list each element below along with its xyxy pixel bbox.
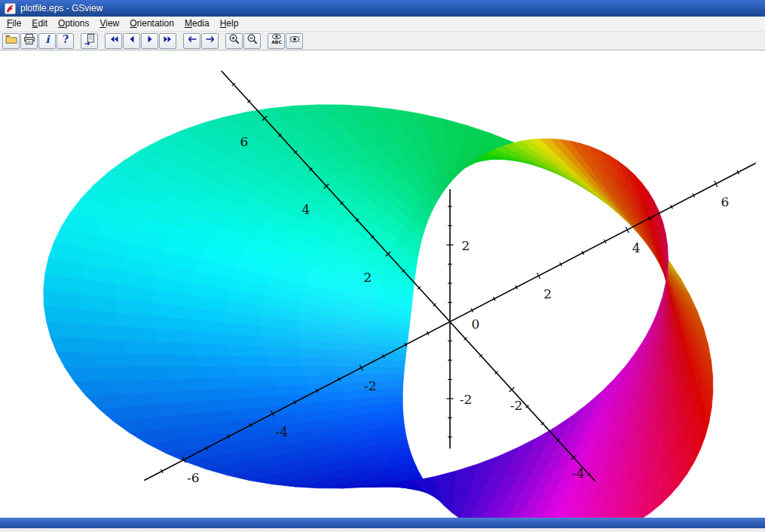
help-button[interactable]: ? xyxy=(57,33,74,49)
first-page-icon xyxy=(108,33,120,48)
forward-button[interactable] xyxy=(201,33,219,49)
svg-text:ABC: ABC xyxy=(271,39,282,44)
svg-text:-6: -6 xyxy=(187,470,200,485)
help-icon: ? xyxy=(60,33,72,48)
svg-text:-2: -2 xyxy=(510,398,523,413)
info-button[interactable]: i xyxy=(38,33,56,49)
open-button[interactable] xyxy=(2,33,20,49)
svg-text:?: ? xyxy=(62,33,68,45)
zoom-out-icon xyxy=(246,33,259,48)
zoom-in-icon xyxy=(228,33,240,48)
toolbar-separator xyxy=(262,41,268,41)
goto-page-button[interactable] xyxy=(81,33,98,49)
first-page-button[interactable] xyxy=(105,33,122,49)
eps-plot: -6-4-2246-4-2246-220 xyxy=(0,50,765,518)
svg-text:2: 2 xyxy=(543,286,552,301)
find-text-button[interactable]: ABC xyxy=(268,33,285,49)
window-bottom-border xyxy=(0,518,765,528)
forward-arrow-icon xyxy=(204,33,216,48)
zoom-in-button[interactable] xyxy=(225,33,243,49)
window-bottom-strip xyxy=(0,528,765,531)
next-page-icon xyxy=(144,33,156,48)
svg-text:-2: -2 xyxy=(460,392,473,407)
titlebar[interactable]: plotfile.eps - GSview xyxy=(0,0,765,17)
svg-text:i: i xyxy=(45,33,50,45)
menu-help[interactable]: Help xyxy=(215,17,244,31)
menubar: FileEditOptionsViewOrientationMediaHelp xyxy=(0,17,765,32)
svg-text:6: 6 xyxy=(721,194,729,209)
toolbar-separator xyxy=(75,41,81,41)
back-button[interactable] xyxy=(183,33,200,49)
svg-text:4: 4 xyxy=(632,240,641,255)
surface-mesh xyxy=(44,105,713,518)
svg-text:2: 2 xyxy=(364,270,372,285)
app-icon xyxy=(5,3,16,14)
svg-text:0: 0 xyxy=(472,316,480,332)
next-page-button[interactable] xyxy=(141,33,158,49)
toolbar: i?ABC xyxy=(0,32,765,50)
menu-view[interactable]: View xyxy=(94,17,124,31)
toolbar-separator xyxy=(99,41,105,41)
find-text-icon: ABC xyxy=(271,33,283,48)
last-page-icon xyxy=(162,33,174,48)
document-canvas[interactable]: -6-4-2246-4-2246-220 xyxy=(0,50,765,518)
menu-edit[interactable]: Edit xyxy=(26,17,53,31)
last-page-button[interactable] xyxy=(159,33,176,49)
menu-file[interactable]: File xyxy=(2,17,26,31)
back-arrow-icon xyxy=(186,33,198,48)
redisplay-icon xyxy=(289,33,301,48)
previous-page-button[interactable] xyxy=(123,33,140,49)
print-button[interactable] xyxy=(20,33,38,49)
folder-open-icon xyxy=(5,33,17,48)
svg-text:-4: -4 xyxy=(276,424,289,439)
svg-text:2: 2 xyxy=(462,238,470,253)
printer-icon xyxy=(23,33,35,48)
zoom-out-button[interactable] xyxy=(243,33,261,49)
gsview-window: plotfile.eps - GSview FileEditOptionsVie… xyxy=(0,0,765,532)
window-title: plotfile.eps - GSview xyxy=(20,0,103,17)
toolbar-separator xyxy=(177,41,183,41)
page-select-icon xyxy=(84,33,96,48)
svg-text:-2: -2 xyxy=(364,378,377,393)
info-icon: i xyxy=(41,33,54,48)
svg-text:-4: -4 xyxy=(572,466,585,481)
svg-text:4: 4 xyxy=(302,202,311,217)
menu-media[interactable]: Media xyxy=(179,17,215,31)
menu-options[interactable]: Options xyxy=(53,17,94,31)
toolbar-separator xyxy=(219,41,225,41)
redisplay-button[interactable] xyxy=(286,33,303,49)
svg-text:6: 6 xyxy=(240,134,249,149)
menu-orientation[interactable]: Orientation xyxy=(124,17,179,31)
previous-page-icon xyxy=(126,33,138,48)
